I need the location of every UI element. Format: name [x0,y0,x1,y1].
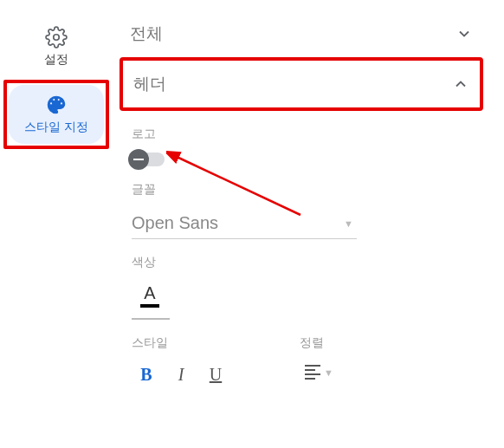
font-select[interactable]: Open Sans ▼ [132,206,357,239]
logo-toggle[interactable] [132,153,165,166]
annotation-highlight-style: 스타일 지정 [3,80,109,149]
main-panel: 전체 헤더 로고 글 [113,0,504,448]
font-label: 글꼴 [132,182,483,198]
chevron-down-icon [456,25,473,42]
bold-button[interactable]: B [132,360,161,389]
font-value: Open Sans [132,213,218,233]
palette-icon [45,94,68,116]
svg-point-0 [54,35,60,41]
sidebar: 설정 스타일 지정 [0,0,113,448]
nav-style[interactable]: 스타일 지정 [9,85,104,144]
section-global[interactable]: 전체 [120,10,483,57]
color-swatch [140,304,159,308]
logo-label: 로고 [132,127,483,142]
nav-style-label: 스타일 지정 [24,120,88,135]
nav-settings[interactable]: 설정 [9,17,104,76]
underline-button[interactable]: U [201,360,230,389]
minus-icon [128,149,149,170]
style-label: 스타일 [132,335,230,351]
align-button[interactable]: ▼ [300,360,339,385]
section-global-label: 전체 [130,23,163,45]
color-label: 색상 [132,255,483,270]
header-settings: 로고 글꼴 Open Sans ▼ 색상 [120,127,483,389]
dropdown-triangle-icon: ▼ [344,218,353,229]
gear-icon [45,26,68,49]
nav-settings-label: 설정 [44,52,68,68]
chevron-up-icon [452,75,469,93]
dropdown-triangle-icon: ▼ [324,367,333,378]
align-left-icon [305,365,320,380]
color-letter: A [144,284,155,302]
italic-button[interactable]: I [166,360,196,389]
section-header-label: 헤더 [133,73,166,95]
align-label: 정렬 [300,335,339,351]
section-header[interactable]: 헤더 [120,57,483,111]
text-color-button[interactable]: A [132,279,168,313]
